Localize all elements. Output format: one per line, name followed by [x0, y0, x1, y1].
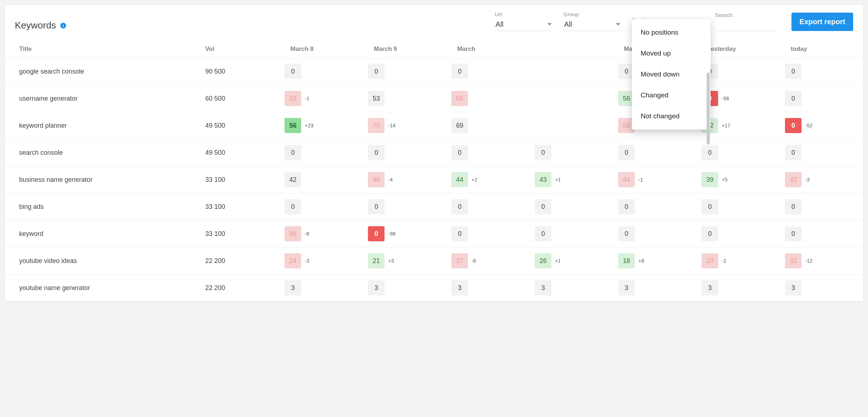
ranking-dropdown[interactable]: No positionsMoved upMoved downChangedNot…: [632, 19, 711, 130]
ranking-option[interactable]: Moved down: [632, 64, 711, 85]
rank-badge: 0: [368, 145, 385, 160]
rank-cell: 3: [279, 275, 363, 302]
row-title[interactable]: business name generator: [5, 166, 200, 193]
rank-badge: 20: [702, 253, 718, 268]
rank-badge: 27: [451, 253, 468, 268]
filter-ranking: Ranking: No positionsMoved upMoved downC…: [632, 17, 704, 31]
ranking-option[interactable]: No positions: [632, 22, 711, 43]
rank-delta: -6: [472, 258, 476, 264]
col-date-1[interactable]: March 9: [363, 41, 446, 58]
row-title[interactable]: keyword: [5, 220, 200, 247]
rank-cell: 0: [530, 193, 613, 220]
rank-cell: 44+2: [446, 166, 530, 193]
rank-cell: 0: [279, 139, 363, 166]
rank-badge: 43: [535, 172, 551, 187]
rank-cell: 43+1: [530, 166, 613, 193]
rank-badge: 3: [285, 280, 301, 295]
col-date-3[interactable]: [530, 41, 613, 58]
rank-badge: 0: [535, 199, 551, 214]
rank-cell: 0: [363, 58, 446, 85]
row-vol: 22 200: [200, 275, 280, 302]
rank-cell: 53: [363, 85, 446, 112]
chevron-down-icon: [616, 23, 620, 26]
row-vol: 60 500: [200, 85, 280, 112]
rank-badge: 0: [535, 145, 551, 160]
col-date-0[interactable]: March 8: [279, 41, 363, 58]
rank-badge: 0: [368, 226, 385, 241]
rank-cell: 3: [696, 275, 780, 302]
rank-badge: 0: [785, 145, 802, 160]
filter-group-select[interactable]: All: [563, 18, 621, 31]
rank-delta: +8: [638, 258, 644, 264]
rank-badge: 24: [285, 253, 301, 268]
ranking-option[interactable]: Moved up: [632, 43, 711, 64]
rank-badge: 98: [285, 226, 301, 241]
rank-cell: 0: [363, 139, 446, 166]
rank-badge: 69: [451, 118, 468, 133]
rank-cell: 69: [446, 112, 530, 139]
rank-badge: 3: [368, 280, 385, 295]
info-icon[interactable]: i: [60, 23, 66, 28]
row-title[interactable]: bing ads: [5, 193, 200, 220]
rank-badge: 0: [368, 64, 385, 79]
rank-delta: -4: [388, 177, 392, 183]
rank-cell: 56: [446, 85, 530, 112]
filter-url-label: Url:: [495, 11, 552, 17]
rank-cell: 0-52: [780, 112, 863, 139]
row-title[interactable]: keyword planner: [5, 112, 200, 139]
row-title[interactable]: youtube video ideas: [5, 247, 200, 275]
rank-cell: [530, 85, 613, 112]
rank-cell: 98-6: [279, 220, 363, 247]
export-report-button[interactable]: Export report: [791, 13, 853, 31]
page-title: Keywords: [15, 20, 56, 31]
filter-url-select[interactable]: All: [495, 18, 552, 31]
row-title[interactable]: search console: [5, 139, 200, 166]
rank-cell: 24-3: [279, 247, 363, 275]
table-row: youtube video ideas22 20024-321+327-626+…: [5, 247, 863, 275]
rank-badge: 56: [451, 91, 468, 106]
rank-badge: 32: [785, 253, 802, 268]
rank-badge: 53: [368, 91, 385, 106]
rank-cell: 0-98: [363, 220, 446, 247]
rank-badge: 0: [785, 118, 802, 133]
col-title[interactable]: Title: [5, 41, 200, 58]
col-date-2[interactable]: March: [446, 41, 530, 58]
rank-cell: 0: [613, 139, 696, 166]
rank-badge: 42: [285, 172, 301, 187]
filter-url-value: All: [495, 20, 503, 28]
row-title[interactable]: username generator: [5, 85, 200, 112]
filter-group: Group: All: [563, 11, 621, 31]
rank-delta: +5: [722, 177, 728, 183]
col-date-6[interactable]: today: [780, 41, 863, 58]
ranking-option[interactable]: Not changed: [632, 106, 711, 127]
col-vol[interactable]: Vol: [200, 41, 280, 58]
rank-delta: -56: [722, 96, 729, 101]
scrollbar[interactable]: [707, 73, 710, 145]
filter-url: Url: All: [495, 11, 552, 31]
rank-delta: +23: [305, 123, 313, 128]
ranking-option[interactable]: Changed: [632, 85, 711, 106]
rank-cell: 18+8: [613, 247, 696, 275]
rank-cell: 39+5: [696, 166, 780, 193]
row-vol: 33 100: [200, 220, 280, 247]
rank-badge: 0: [535, 226, 551, 241]
rank-badge: 0: [451, 64, 468, 79]
row-vol: 22 200: [200, 247, 280, 275]
table-row: search console49 5000000000: [5, 139, 863, 166]
search-input[interactable]: [715, 19, 776, 31]
row-title[interactable]: youtube name generator: [5, 275, 200, 302]
rank-badge: 0: [451, 145, 468, 160]
filter-search: Search:: [715, 12, 776, 31]
rank-badge: 0: [785, 91, 802, 106]
table-row: username generator60 50053-1535656+10-56…: [5, 85, 863, 112]
rank-badge: 0: [285, 199, 301, 214]
rank-delta: +17: [722, 123, 730, 128]
rank-cell: 21+3: [363, 247, 446, 275]
rank-delta: +1: [555, 177, 561, 183]
row-vol: 33 100: [200, 166, 280, 193]
filter-search-label: Search:: [715, 12, 776, 18]
rank-cell: 0: [696, 220, 780, 247]
row-title[interactable]: google search console: [5, 58, 200, 85]
rank-cell: 0: [613, 220, 696, 247]
rank-badge: 21: [368, 253, 385, 268]
